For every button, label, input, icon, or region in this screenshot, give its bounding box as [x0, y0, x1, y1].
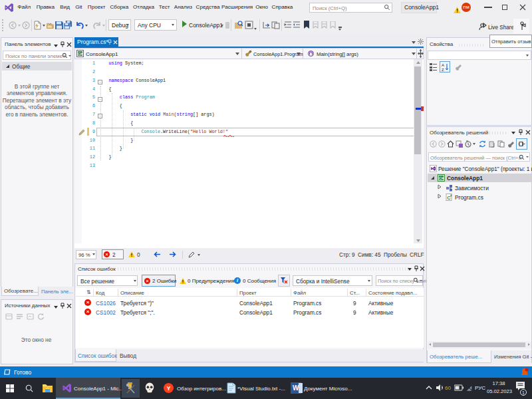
svg-text:Z: Z: [442, 68, 444, 71]
svg-text:A: A: [442, 63, 444, 67]
svg-text:C#: C#: [439, 176, 444, 180]
svg-text:C#: C#: [78, 52, 83, 56]
